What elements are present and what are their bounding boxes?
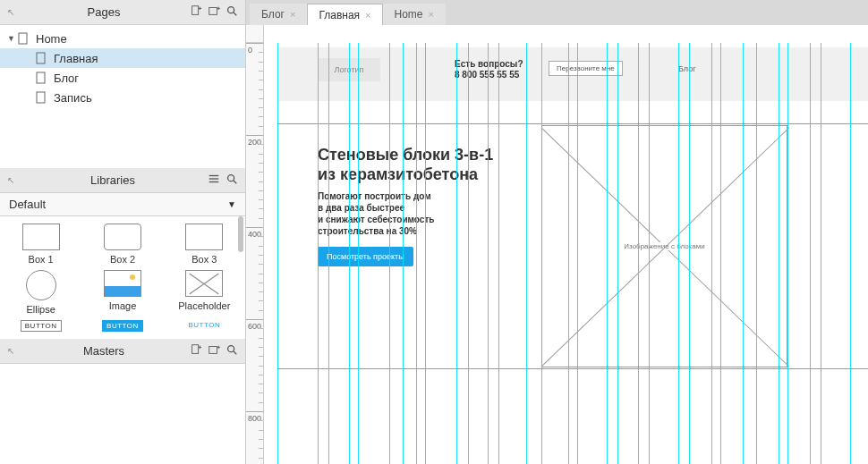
pages-tree: ▼ Home Главная Блог [0, 25, 245, 168]
guide-vertical[interactable] [720, 43, 721, 464]
widget-button-link[interactable]: BUTTON [164, 318, 245, 333]
svg-rect-10 [37, 72, 45, 83]
library-select[interactable]: Default ▼ [0, 193, 245, 216]
add-master-icon[interactable] [190, 343, 202, 359]
scrollbar-thumb[interactable] [238, 216, 243, 252]
widget-image[interactable]: Image [81, 268, 163, 316]
svg-line-16 [234, 181, 237, 184]
guide-vertical[interactable] [821, 43, 821, 464]
svg-rect-11 [37, 92, 45, 103]
guide-vertical[interactable] [456, 43, 457, 464]
tree-root[interactable]: ▼ Home [0, 29, 245, 48]
tree-item-blog[interactable]: Блог [0, 68, 245, 88]
widget-box1[interactable]: Box 1 [0, 222, 81, 266]
guide-vertical[interactable] [617, 43, 618, 464]
tab-glavnaya[interactable]: Главная× [307, 4, 382, 25]
tree-item-zapis[interactable]: Запись [0, 88, 245, 107]
hero-title: Стеновые блоки 3-в-1 из керамзитобетона [318, 146, 493, 184]
guide-vertical[interactable] [787, 43, 788, 464]
guide-vertical[interactable] [318, 43, 319, 464]
widget-button-default[interactable]: BUTTON [0, 318, 81, 333]
widget-ellipse[interactable]: Ellipse [0, 268, 81, 316]
add-folder-icon[interactable] [208, 343, 220, 359]
svg-rect-20 [209, 347, 217, 354]
masters-panel-header: ↖ Masters [0, 339, 245, 364]
tab-home[interactable]: Home× [383, 4, 446, 25]
pages-panel-header: ↖ Pages [0, 0, 245, 25]
guide-vertical[interactable] [607, 43, 608, 464]
widget-box3[interactable]: Box 3 [164, 222, 245, 266]
menu-icon[interactable] [208, 173, 220, 188]
guide-vertical[interactable] [277, 43, 278, 464]
guide-vertical[interactable] [711, 43, 712, 464]
add-folder-icon[interactable] [208, 4, 220, 20]
guide-vertical[interactable] [328, 43, 329, 464]
collapse-icon[interactable]: ↖ [7, 175, 18, 185]
close-icon[interactable]: × [429, 9, 434, 20]
tabbar: Блог× Главная× Home× [246, 0, 868, 25]
masters-title: Masters [18, 344, 190, 358]
guide-vertical[interactable] [577, 43, 578, 464]
image-placeholder[interactable]: Изображение с блоками [541, 125, 787, 367]
ruler-vertical[interactable]: 0200400600800 [246, 43, 264, 464]
svg-line-24 [234, 351, 237, 355]
guide-vertical[interactable] [649, 43, 650, 464]
page-icon [34, 52, 48, 64]
svg-rect-0 [192, 6, 199, 15]
guide-vertical[interactable] [526, 43, 527, 464]
collapse-icon[interactable]: ↖ [7, 7, 18, 17]
guide-vertical[interactable] [358, 43, 359, 464]
svg-rect-9 [37, 53, 45, 63]
svg-rect-3 [209, 8, 217, 15]
guide-vertical[interactable] [468, 43, 469, 464]
page-icon [34, 72, 48, 84]
callback-button[interactable]: Перезвоните мне [549, 61, 623, 76]
page-icon [34, 91, 48, 104]
close-icon[interactable]: × [290, 9, 295, 20]
guide-vertical[interactable] [498, 43, 499, 464]
guide-vertical[interactable] [756, 43, 757, 464]
widget-placeholder[interactable]: Placeholder [164, 268, 245, 316]
add-page-icon[interactable] [190, 4, 202, 20]
guide-vertical[interactable] [349, 43, 350, 464]
guide-vertical[interactable] [850, 43, 851, 464]
page-icon [16, 32, 30, 45]
canvas[interactable]: Логотип Есть вопросы? 8 800 555 55 55 Пе… [264, 43, 868, 464]
collapse-icon[interactable]: ↖ [7, 346, 18, 356]
canvas-area: Блог× Главная× Home× 0200400600800100012… [246, 0, 868, 464]
guide-vertical[interactable] [541, 43, 542, 464]
svg-point-15 [228, 175, 234, 181]
left-panel: ↖ Pages ▼ Home [0, 0, 246, 464]
svg-point-6 [228, 7, 234, 13]
guide-vertical[interactable] [638, 43, 639, 464]
guide-vertical[interactable] [389, 43, 390, 464]
libraries-title: Libraries [18, 173, 208, 187]
ruler-corner [246, 25, 264, 43]
search-icon[interactable] [226, 173, 238, 188]
caret-down-icon[interactable]: ▼ [7, 34, 16, 43]
guide-vertical[interactable] [488, 43, 489, 464]
tree-item-glavnaya[interactable]: Главная [0, 48, 245, 68]
libraries-panel-header: ↖ Libraries [0, 168, 245, 193]
guide-vertical[interactable] [743, 43, 744, 464]
chevron-down-icon: ▼ [227, 199, 236, 209]
contact-text: Есть вопросы? 8 800 555 55 55 [455, 59, 523, 80]
blog-link[interactable]: Блог [678, 64, 695, 73]
close-icon[interactable]: × [365, 10, 370, 21]
guide-vertical[interactable] [568, 43, 569, 464]
tab-blog[interactable]: Блог× [250, 4, 307, 25]
guide-vertical[interactable] [425, 43, 426, 464]
widget-box2[interactable]: Box 2 [81, 222, 163, 266]
guide-vertical[interactable] [403, 43, 404, 464]
search-icon[interactable] [226, 343, 238, 359]
svg-point-23 [228, 346, 234, 352]
guide-vertical[interactable] [689, 43, 690, 464]
search-icon[interactable] [226, 4, 238, 20]
guide-vertical[interactable] [678, 43, 679, 464]
svg-rect-8 [19, 33, 27, 44]
hero-cta-button[interactable]: Посмотреть проекты [318, 247, 413, 266]
guide-vertical[interactable] [779, 43, 779, 464]
guide-vertical[interactable] [416, 43, 417, 464]
widget-button-primary[interactable]: BUTTON [81, 318, 163, 333]
guide-vertical[interactable] [810, 43, 811, 464]
